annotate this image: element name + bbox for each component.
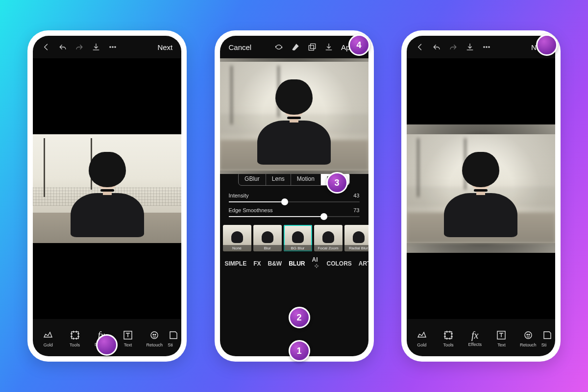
image-canvas[interactable]: [220, 58, 368, 174]
tutorial-stage: Next Gold Tools fxEffects Text Retouch S…: [0, 0, 588, 392]
cat-blur[interactable]: BLUR: [289, 260, 305, 267]
svg-point-11: [486, 47, 487, 48]
thumb-bgblur[interactable]: [284, 225, 312, 251]
tool-sticker[interactable]: Sti: [541, 321, 553, 355]
seg-lens[interactable]: Lens: [266, 172, 291, 185]
redo-icon[interactable]: [71, 39, 88, 55]
svg-point-12: [489, 47, 490, 48]
svg-rect-13: [445, 332, 452, 339]
svg-point-0: [110, 47, 111, 48]
tool-retouch[interactable]: Retouch: [515, 321, 541, 355]
thumb-radial[interactable]: [344, 225, 368, 251]
svg-point-16: [527, 334, 528, 335]
thumb-focal[interactable]: [314, 225, 343, 251]
back-icon[interactable]: [38, 39, 54, 55]
undo-icon[interactable]: [54, 39, 71, 55]
svg-point-5: [151, 332, 158, 339]
step-marker-1: 1: [289, 340, 310, 362]
step-marker-4: 4: [348, 34, 370, 56]
seg-motion[interactable]: Motion: [291, 172, 321, 185]
top-bar: Cancel Apply: [220, 36, 368, 58]
tool-gold[interactable]: Gold: [409, 321, 435, 355]
edge-slider[interactable]: [229, 216, 360, 217]
svg-point-1: [112, 47, 113, 48]
cat-fx[interactable]: FX: [253, 260, 261, 267]
cat-art[interactable]: ART: [359, 260, 368, 267]
cat-ai[interactable]: AI: [312, 256, 320, 270]
more-icon[interactable]: [104, 39, 121, 55]
tool-effects[interactable]: fxEffects: [462, 321, 488, 355]
layers-icon[interactable]: [304, 39, 320, 55]
back-icon[interactable]: [412, 39, 428, 55]
effect-thumbnails: [220, 224, 368, 252]
download-icon[interactable]: [320, 39, 337, 55]
slider-panel: Intensity43 Edge Smoothness73: [220, 186, 368, 224]
redo-icon[interactable]: [445, 39, 462, 55]
phone-step-2: Cancel Apply GBlur Lens Motion: [215, 30, 374, 362]
seg-gblur[interactable]: GBlur: [239, 172, 266, 185]
cancel-button[interactable]: Cancel: [225, 43, 256, 51]
tool-gold[interactable]: Gold: [35, 321, 61, 355]
tool-tools[interactable]: Tools: [435, 321, 462, 355]
edited-photo: [407, 134, 555, 243]
svg-point-2: [115, 47, 116, 48]
phone-step-3: Next Gold Tools fxEffects Text Retouch S…: [401, 30, 561, 362]
image-canvas[interactable]: [33, 58, 181, 319]
svg-point-17: [529, 334, 530, 335]
svg-point-15: [525, 332, 532, 339]
cat-bw[interactable]: B&W: [268, 260, 282, 267]
phone-step-1: Next Gold Tools fxEffects Text Retouch S…: [27, 30, 187, 362]
top-bar: Next: [407, 36, 555, 58]
tool-retouch[interactable]: Retouch: [141, 321, 168, 355]
cat-colors[interactable]: COLORS: [327, 260, 352, 267]
step-marker-3: 3: [326, 172, 348, 194]
eraser-icon[interactable]: [287, 39, 304, 55]
cat-simple[interactable]: SIMPLE: [225, 260, 247, 267]
edge-label: Edge Smoothness: [229, 207, 273, 213]
tool-text[interactable]: Text: [115, 321, 141, 355]
edited-photo: [220, 62, 368, 171]
step-marker-next: [536, 34, 558, 56]
undo-icon[interactable]: [428, 39, 445, 55]
thumb-blur[interactable]: [253, 225, 282, 251]
sparkle-icon: [313, 263, 320, 270]
edited-photo: [33, 134, 181, 243]
svg-point-6: [153, 334, 154, 335]
next-button[interactable]: Next: [153, 43, 176, 51]
svg-rect-8: [309, 46, 314, 50]
compare-icon[interactable]: [270, 39, 287, 55]
top-bar: Next: [33, 36, 181, 58]
svg-point-10: [484, 47, 485, 48]
svg-rect-9: [311, 44, 316, 49]
svg-point-7: [155, 334, 156, 335]
edge-value: 73: [353, 207, 359, 213]
thumb-none[interactable]: [223, 225, 251, 251]
step-marker-effects: [96, 334, 118, 356]
download-icon[interactable]: [462, 39, 478, 55]
bottom-toolbar: Gold Tools fxEffects Text Retouch Sti: [407, 319, 555, 356]
svg-rect-3: [72, 332, 78, 339]
tool-tools[interactable]: Tools: [61, 321, 88, 355]
intensity-label: Intensity: [229, 193, 249, 198]
intensity-slider[interactable]: [229, 201, 360, 202]
intensity-value: 43: [353, 193, 359, 198]
download-icon[interactable]: [88, 39, 104, 55]
step-marker-2: 2: [289, 307, 310, 328]
tool-text[interactable]: Text: [488, 321, 514, 355]
more-icon[interactable]: [478, 39, 495, 55]
effect-categories: SIMPLE FX B&W BLUR AI COLORS ART: [220, 252, 368, 273]
image-canvas[interactable]: [407, 58, 555, 319]
tool-sticker[interactable]: Sti: [168, 321, 179, 355]
